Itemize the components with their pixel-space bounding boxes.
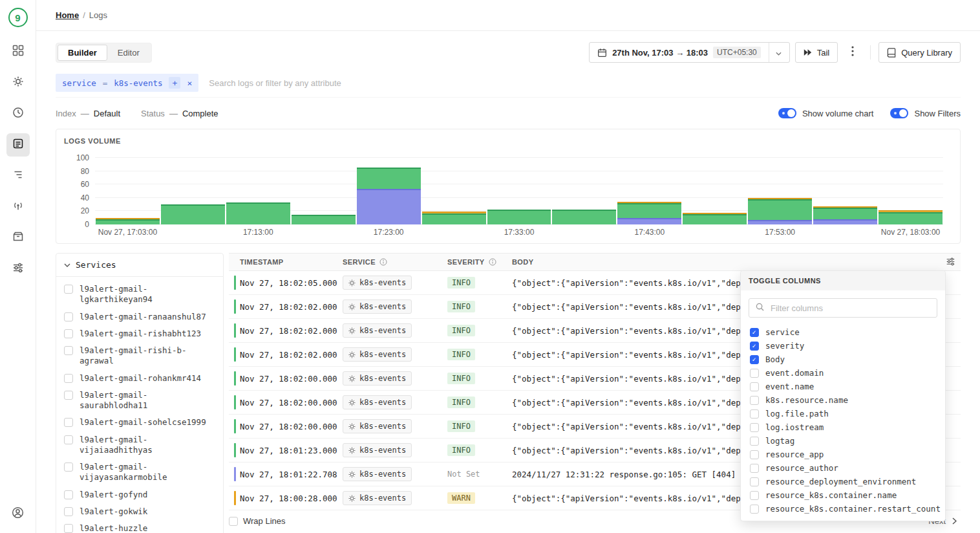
bar-segment-info bbox=[292, 215, 356, 224]
service-filter-item[interactable]: l9alert-gokwik bbox=[56, 503, 223, 520]
sidebar-item-dashboards[interactable] bbox=[6, 40, 30, 63]
bar-segment-info bbox=[96, 219, 160, 224]
column-checkbox[interactable] bbox=[750, 437, 759, 446]
show-volume-chart-toggle[interactable] bbox=[778, 108, 796, 118]
column-toggle-item[interactable]: Body bbox=[749, 353, 937, 366]
column-label: k8s.resource.name bbox=[765, 395, 848, 405]
column-header-timestamp: TIMESTAMP bbox=[229, 258, 343, 266]
tab-editor[interactable]: Editor bbox=[107, 45, 150, 61]
column-toggle-item[interactable]: log.iostream bbox=[749, 420, 937, 434]
column-checkbox[interactable] bbox=[750, 382, 759, 391]
timezone-badge: UTC+05:30 bbox=[713, 47, 761, 58]
service-filter-item[interactable]: l9alert-gmail-rohankmr414 bbox=[56, 370, 223, 387]
service-checkbox[interactable] bbox=[64, 391, 73, 400]
service-checkbox[interactable] bbox=[64, 329, 73, 338]
sidebar-item-settings[interactable] bbox=[6, 257, 30, 281]
service-checkbox[interactable] bbox=[64, 285, 73, 294]
column-checkbox[interactable] bbox=[750, 505, 759, 514]
column-checkbox[interactable] bbox=[750, 369, 759, 378]
sidebar-item-account[interactable] bbox=[6, 502, 30, 525]
service-checkbox[interactable] bbox=[64, 462, 73, 472]
wrap-lines-checkbox[interactable] bbox=[229, 517, 238, 526]
filter-chip[interactable]: service = k8s-events + × bbox=[56, 74, 198, 92]
time-range-caret[interactable] bbox=[769, 43, 782, 62]
app-logo[interactable]: 9 bbox=[8, 8, 28, 27]
service-filter-item[interactable]: l9alert-gmail-saurabhlodha11 bbox=[56, 387, 223, 415]
column-checkbox[interactable] bbox=[750, 464, 759, 473]
filter-chip-add-button[interactable]: + bbox=[169, 77, 180, 89]
wrap-lines-control[interactable]: Wrap Lines bbox=[229, 516, 286, 526]
service-filter-item[interactable]: l9alert-gmail-ranaanshul87 bbox=[56, 309, 223, 325]
service-filter-item[interactable]: l9alert-gmail-rishi-b-agrawal bbox=[56, 342, 223, 370]
column-toggle-item[interactable]: k8s.resource.name bbox=[749, 393, 937, 407]
status-dash: — bbox=[169, 109, 178, 118]
services-header[interactable]: Services bbox=[56, 254, 223, 277]
column-toggle-item[interactable]: resource_author bbox=[749, 461, 937, 475]
column-toggle-item[interactable]: resource_k8s.container.name bbox=[749, 488, 937, 502]
column-toggle-item[interactable]: service bbox=[749, 325, 937, 339]
column-toggle-item[interactable]: log.file.path bbox=[749, 407, 937, 420]
sidebar-item-usage[interactable] bbox=[6, 102, 30, 125]
chevron-right-icon[interactable] bbox=[952, 517, 957, 525]
column-toggle-item[interactable]: resource_deployment_environment bbox=[749, 475, 937, 488]
column-toggle-item[interactable]: event.name bbox=[749, 380, 937, 393]
bar-segment-info bbox=[552, 210, 616, 224]
column-checkbox[interactable] bbox=[750, 423, 759, 432]
volume-bar bbox=[226, 202, 291, 224]
service-filter-item[interactable]: l9alert-gmail-rishabht123 bbox=[56, 325, 223, 342]
column-checkbox[interactable] bbox=[750, 409, 759, 419]
sidebar-item-logs[interactable] bbox=[6, 133, 30, 157]
column-toggle-item[interactable]: logtag bbox=[749, 434, 937, 448]
column-checkbox[interactable] bbox=[750, 450, 759, 459]
service-filter-item[interactable]: l9alert-gmail-lgkarthikeyan94 bbox=[56, 281, 223, 309]
column-checkbox[interactable] bbox=[750, 491, 759, 500]
filter-chip-close-button[interactable]: × bbox=[187, 78, 192, 88]
service-checkbox[interactable] bbox=[64, 374, 73, 383]
search-input[interactable] bbox=[208, 78, 546, 89]
toggle-columns-title: TOGGLE COLUMNS bbox=[741, 271, 945, 290]
filter-columns-input[interactable] bbox=[769, 303, 930, 314]
service-checkbox[interactable] bbox=[64, 524, 73, 533]
service-checkbox[interactable] bbox=[64, 435, 73, 444]
column-checkbox[interactable] bbox=[750, 477, 759, 486]
service-filter-item[interactable]: l9alert-gmail-vijaiaadhithyas bbox=[56, 431, 223, 459]
service-checkbox[interactable] bbox=[64, 490, 73, 499]
info-icon[interactable] bbox=[489, 258, 496, 266]
time-range-button[interactable]: 27th Nov, 17:03 → 18:03 UTC+05:30 bbox=[589, 42, 790, 63]
service-filter-item[interactable]: l9alert-gofynd bbox=[56, 486, 223, 503]
service-label: l9alert-gmail-vijayasankarmobile bbox=[80, 462, 215, 483]
service-checkbox[interactable] bbox=[64, 418, 73, 427]
column-toggle-item[interactable]: event.domain bbox=[749, 366, 937, 380]
service-filter-item[interactable]: l9alert-huzzle bbox=[56, 520, 223, 533]
service-checkbox[interactable] bbox=[64, 507, 73, 516]
column-toggle-item[interactable]: resource_app bbox=[749, 448, 937, 461]
service-label: l9alert-gmail-saurabhlodha11 bbox=[80, 390, 215, 411]
sidebar-item-traces[interactable] bbox=[6, 164, 30, 188]
more-options-button[interactable] bbox=[843, 42, 862, 63]
sidebar-item-alerts[interactable] bbox=[6, 195, 30, 219]
toggle-columns-button[interactable] bbox=[946, 257, 961, 268]
service-checkbox[interactable] bbox=[64, 346, 73, 355]
volume-bar bbox=[487, 210, 552, 224]
tail-button[interactable]: Tail bbox=[795, 42, 838, 63]
column-checkbox[interactable] bbox=[750, 355, 759, 364]
show-filters-toggle[interactable] bbox=[890, 108, 908, 118]
column-checkbox[interactable] bbox=[750, 328, 759, 337]
kubernetes-icon bbox=[348, 399, 356, 406]
tab-builder[interactable]: Builder bbox=[58, 45, 107, 61]
column-checkbox[interactable] bbox=[750, 342, 759, 351]
info-icon[interactable] bbox=[379, 258, 387, 266]
service-checkbox[interactable] bbox=[64, 312, 73, 321]
column-toggle-item[interactable]: severity bbox=[749, 339, 937, 353]
column-toggle-item[interactable]: resource_k8s.container.restart_count bbox=[749, 502, 937, 516]
breadcrumb-home-link[interactable]: Home bbox=[56, 10, 79, 20]
service-label: l9alert-gmail-rohankmr414 bbox=[80, 373, 201, 384]
query-library-button[interactable]: Query Library bbox=[879, 42, 961, 63]
sidebar-item-exceptions[interactable] bbox=[6, 226, 30, 250]
column-checkbox[interactable] bbox=[750, 396, 759, 405]
service-filter-item[interactable]: l9alert-gmail-vijayasankarmobile bbox=[56, 459, 223, 486]
log-timestamp: Nov 27, 18:02:02.000 bbox=[240, 302, 343, 312]
sidebar-item-services[interactable] bbox=[6, 71, 30, 94]
service-filter-item[interactable]: l9alert-gmail-sohelcse1999 bbox=[56, 414, 223, 431]
y-axis-label: 0 bbox=[85, 220, 89, 229]
